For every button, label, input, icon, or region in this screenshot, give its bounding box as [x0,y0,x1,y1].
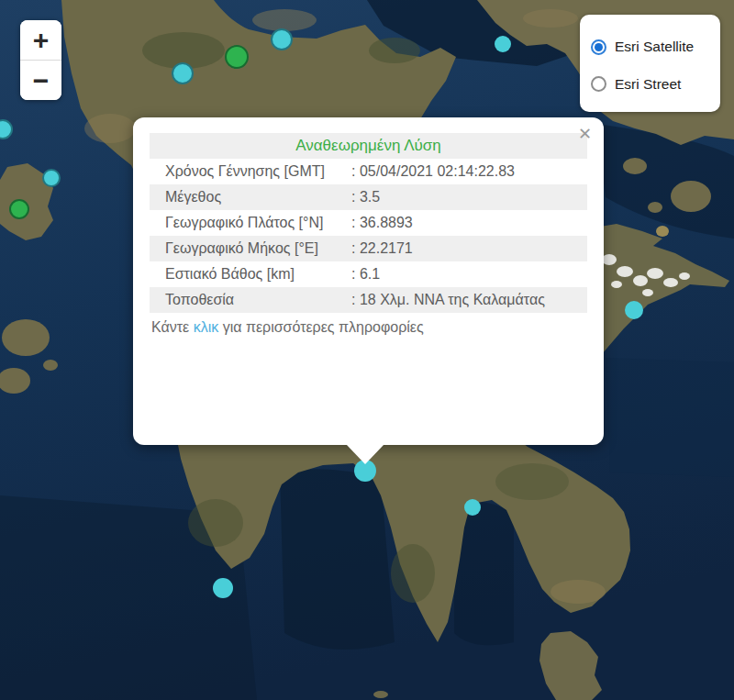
popup-row-value: : 22.2171 [351,236,587,261]
earthquake-marker[interactable] [225,45,249,69]
popup-row-label: Γεωγραφικό Μήκος [°E] [150,236,351,261]
popup-row: Χρόνος Γέννησης [GMT]: 05/04/2021 02:14:… [150,159,587,184]
layer-option-label: Esri Satellite [615,39,694,55]
earthquake-marker[interactable] [464,499,481,516]
earthquake-marker[interactable] [0,119,13,139]
popup-row: Γεωγραφικό Μήκος [°E]: 22.2171 [150,236,587,261]
popup-row-value: : 3.5 [351,184,587,210]
footer-text-prefix: Κάντε [151,319,194,335]
popup-row-value: : 18 Χλμ. ΝΝΑ της Καλαμάτας [351,287,587,313]
layer-control: Esri SatelliteEsri Street [580,15,720,112]
radio-selected-icon[interactable] [591,39,606,55]
earthquake-marker[interactable] [271,28,293,50]
radio-unselected-icon[interactable] [591,76,606,92]
popup-row-label: Γεωγραφικό Πλάτος [°N] [150,210,351,236]
earthquake-marker[interactable] [42,169,61,187]
layer-option-esri-street[interactable]: Esri Street [591,76,711,93]
footer-text-suffix: για περισσότερες πληροφορίες [218,319,424,335]
zoom-out-button[interactable]: − [20,61,61,100]
zoom-in-button[interactable]: + [20,20,61,60]
earthquake-marker[interactable] [213,578,233,598]
popup-row-label: Τοποθεσία [150,287,351,313]
earthquake-marker[interactable] [495,36,511,52]
popup-row-value: : 36.8893 [351,210,587,236]
popup-close-icon[interactable]: ✕ [576,124,594,144]
more-info-link[interactable]: κλικ [194,319,219,335]
popup-row: Τοποθεσία: 18 Χλμ. ΝΝΑ της Καλαμάτας [150,287,587,313]
earthquake-marker[interactable] [9,199,29,219]
popup-row-label: Χρόνος Γέννησης [GMT] [150,159,351,184]
earthquake-marker[interactable] [625,301,643,319]
popup-tip [346,444,384,464]
popup-table: Χρόνος Γέννησης [GMT]: 05/04/2021 02:14:… [150,159,587,313]
popup-row-value: : 05/04/2021 02:14:22.83 [351,159,587,184]
popup-footer: Κάντε κλικ για περισσότερες πληροφορίες [150,313,587,339]
popup-row-label: Εστιακό Βάθος [km] [150,261,351,287]
popup-row-value: : 6.1 [351,261,587,287]
popup-title: Αναθεωρημένη Λύση [150,133,587,159]
popup-row: Μέγεθος: 3.5 [150,184,587,210]
layer-option-esri-satellite[interactable]: Esri Satellite [591,39,711,55]
zoom-control: + − [20,20,61,100]
popup-row-label: Μέγεθος [150,184,351,210]
map-application: + − Esri SatelliteEsri Street ✕ Αναθεωρη… [0,0,734,700]
popup-row: Εστιακό Βάθος [km]: 6.1 [150,261,587,287]
layer-option-label: Esri Street [615,76,681,93]
earthquake-popup: ✕ Αναθεωρημένη Λύση Χρόνος Γέννησης [GMT… [133,117,604,445]
popup-row: Γεωγραφικό Πλάτος [°N]: 36.8893 [150,210,587,236]
earthquake-marker[interactable] [172,62,194,84]
